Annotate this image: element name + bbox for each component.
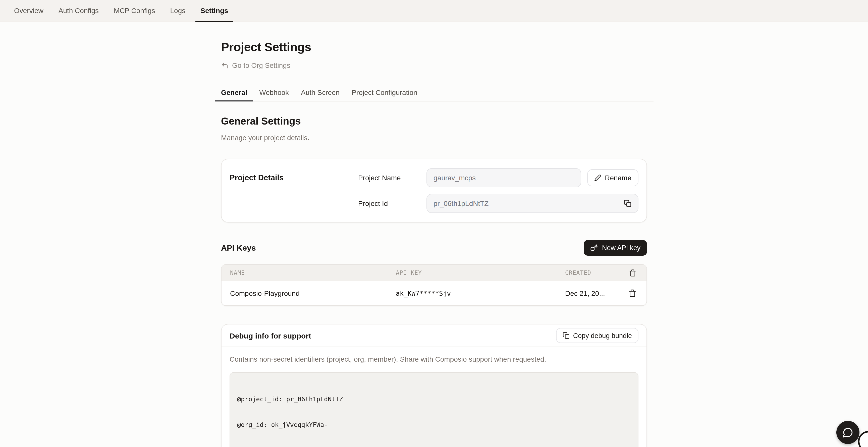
nav-tab-logs[interactable]: Logs (165, 0, 191, 22)
project-details-form: Project Name gaurav_mcps Rename Project … (358, 168, 639, 213)
code-line: @org_id: ok_jVveqqkYFWa- (237, 420, 631, 429)
rename-button[interactable]: Rename (587, 169, 639, 186)
project-details-card-title: Project Details (229, 168, 358, 213)
project-id-value: pr_06th1pLdNtTZ (434, 199, 489, 207)
api-keys-header-row: API Keys New API key (221, 240, 647, 256)
api-keys-table-header: NAME API KEY CREATED (221, 265, 647, 281)
column-header-api-key: API KEY (396, 269, 565, 276)
top-nav: Overview Auth Configs MCP Configs Logs S… (0, 0, 868, 22)
api-key-name: Composio-Playground (230, 289, 396, 297)
debug-info-body: Contains non-secret identifiers (project… (221, 347, 647, 447)
tab-project-configuration[interactable]: Project Configuration (346, 84, 424, 101)
project-id-label: Project Id (358, 199, 421, 207)
trash-icon (628, 289, 637, 297)
tab-general[interactable]: General (215, 84, 253, 101)
corner-up-left-icon (221, 62, 228, 69)
project-name-label: Project Name (358, 174, 421, 182)
api-key-masked-value: ak_KW7*****Sjv (396, 290, 565, 297)
tab-auth-screen[interactable]: Auth Screen (295, 84, 346, 101)
project-details-card: Project Details Project Name gaurav_mcps… (221, 159, 647, 223)
delete-all-keys-icon-header (618, 269, 647, 277)
rename-button-label: Rename (605, 174, 631, 182)
copy-debug-bundle-button[interactable]: Copy debug bundle (556, 328, 639, 343)
api-key-created-date: Dec 21, 20... (565, 289, 618, 297)
api-keys-table: NAME API KEY CREATED Composio-Playground… (221, 264, 647, 306)
general-settings-title: General Settings (221, 116, 647, 127)
column-header-created: CREATED (565, 269, 618, 276)
go-to-org-settings-label: Go to Org Settings (232, 61, 290, 69)
delete-api-key-button[interactable] (627, 288, 638, 299)
project-id-input: pr_06th1pLdNtTZ (427, 194, 639, 213)
debug-info-card: Debug info for support Copy debug bundle… (221, 324, 647, 447)
copy-project-id-button[interactable] (623, 199, 632, 208)
speech-bubble-icon (842, 427, 854, 438)
code-line: @org_member_email: gaurav@inkeep.com (237, 446, 631, 447)
tab-webhook[interactable]: Webhook (253, 84, 295, 101)
go-to-org-settings-link[interactable]: Go to Org Settings (221, 61, 290, 69)
project-name-value: gaurav_mcps (434, 174, 476, 182)
new-api-key-button[interactable]: New API key (584, 240, 647, 256)
debug-info-title: Debug info for support (229, 331, 311, 340)
debug-info-description: Contains non-secret identifiers (project… (229, 355, 639, 363)
nav-tab-overview[interactable]: Overview (9, 0, 49, 22)
page-content: Project Settings Go to Org Settings Gene… (221, 22, 647, 447)
debug-identifiers-code-block: @project_id: pr_06th1pLdNtTZ @org_id: ok… (229, 372, 639, 447)
page-title: Project Settings (221, 40, 647, 54)
column-header-name: NAME (230, 269, 396, 276)
copy-icon (624, 200, 631, 207)
api-key-row: Composio-Playground ak_KW7*****Sjv Dec 2… (221, 281, 647, 306)
app-root: Overview Auth Configs MCP Configs Logs S… (0, 0, 868, 447)
pencil-icon (594, 174, 601, 181)
corner-widget-partial[interactable] (858, 431, 868, 447)
new-api-key-button-label: New API key (602, 244, 641, 252)
nav-tab-mcp-configs[interactable]: MCP Configs (109, 0, 160, 22)
settings-tabs: General Webhook Auth Screen Project Conf… (215, 84, 653, 101)
api-keys-title: API Keys (221, 243, 256, 252)
key-icon (590, 244, 598, 252)
project-name-input[interactable]: gaurav_mcps (427, 168, 581, 187)
debug-info-card-header: Debug info for support Copy debug bundle (221, 324, 647, 347)
chat-support-button[interactable] (836, 421, 860, 444)
code-line: @project_id: pr_06th1pLdNtTZ (237, 395, 631, 403)
nav-tab-auth-configs[interactable]: Auth Configs (54, 0, 104, 22)
copy-debug-bundle-label: Copy debug bundle (573, 332, 632, 339)
nav-tab-settings[interactable]: Settings (195, 0, 233, 22)
copy-icon (563, 332, 569, 339)
general-settings-subtitle: Manage your project details. (221, 134, 647, 141)
